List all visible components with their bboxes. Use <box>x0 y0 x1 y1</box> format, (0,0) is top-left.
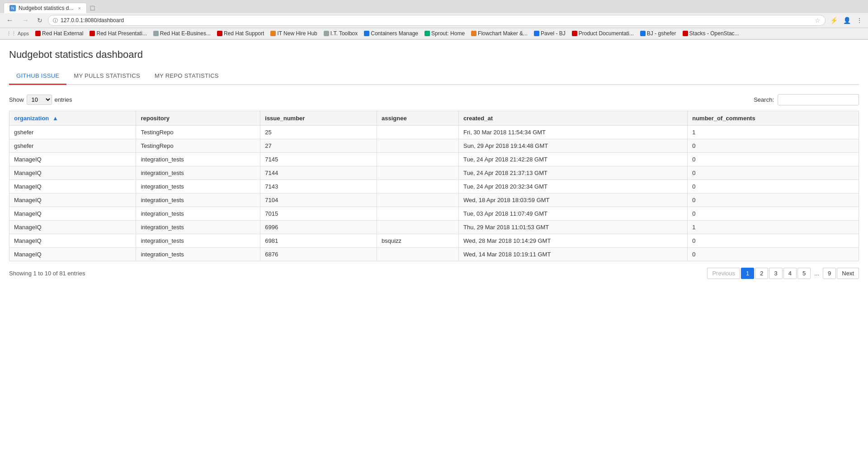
bookmark-favicon <box>90 31 95 36</box>
cell-repository: TestingRepo <box>136 139 260 153</box>
tab-favicon: N <box>9 5 16 11</box>
bookmark-red-external[interactable]: Red Hat External <box>33 29 86 38</box>
tab-close-button[interactable]: × <box>78 5 80 11</box>
col-header-num-comments[interactable]: number_of_comments <box>688 111 859 126</box>
cell-number_of_comments: 0 <box>688 234 859 248</box>
cell-issue_number: 6981 <box>260 234 377 248</box>
bookmark-red-support[interactable]: Red Hat Support <box>214 29 267 38</box>
page-title: Nudgebot statistics dashboard <box>9 49 859 61</box>
bookmark-sprout-home[interactable]: Sprout: Home <box>422 29 467 38</box>
page-button-2[interactable]: 2 <box>755 268 768 279</box>
cell-organization: ManageIQ <box>9 248 136 261</box>
page-button-9[interactable]: 9 <box>823 268 836 279</box>
table-body: gsheferTestingRepo25Fri, 30 Mar 2018 11:… <box>9 126 859 261</box>
bookmark-pavel[interactable]: Pavel - BJ <box>531 29 568 38</box>
profile-button[interactable]: 👤 <box>841 16 853 25</box>
table-row: ManageIQintegration_tests6876Wed, 14 Mar… <box>9 248 859 261</box>
cell-repository: integration_tests <box>136 166 260 180</box>
tab-my-pulls[interactable]: MY PULLS STATISTICS <box>66 68 147 85</box>
col-header-repository[interactable]: repository <box>136 111 260 126</box>
bookmark-it-toolbox[interactable]: I.T. Toolbox <box>321 29 360 38</box>
star-icon[interactable]: ☆ <box>815 17 821 24</box>
menu-button[interactable]: ⋮ <box>854 16 864 25</box>
back-button[interactable]: ← <box>4 15 16 25</box>
search-control: Search: <box>754 94 859 105</box>
table-row: ManageIQintegration_tests6981bsquizzWed,… <box>9 234 859 248</box>
cell-created_at: Tue, 24 Apr 2018 21:42:28 GMT <box>458 153 687 166</box>
page-button-4[interactable]: 4 <box>783 268 797 279</box>
table-row: ManageIQintegration_tests7144Tue, 24 Apr… <box>9 166 859 180</box>
col-label-num-comments: number_of_comments <box>692 115 755 122</box>
cell-issue_number: 7143 <box>260 180 377 194</box>
page-button-3[interactable]: 3 <box>769 268 782 279</box>
cell-repository: TestingRepo <box>136 126 260 139</box>
tab-title: Nudgebot statistics d... <box>19 5 73 11</box>
table-row: ManageIQintegration_tests7015Tue, 03 Apr… <box>9 207 859 221</box>
entries-select[interactable]: 10 25 50 100 <box>27 94 52 105</box>
bookmark-favicon <box>364 31 369 36</box>
bookmark-flowchart[interactable]: Flowchart Maker &... <box>468 29 530 38</box>
page-content: Nudgebot statistics dashboard GITHUB ISS… <box>0 40 868 288</box>
bookmark-apps[interactable]: ⋮⋮ Apps <box>4 30 32 38</box>
page-button-5[interactable]: 5 <box>797 268 811 279</box>
table-footer: Showing 1 to 10 of 81 entries Previous 1… <box>9 268 859 279</box>
tab-my-repo[interactable]: MY REPO STATISTICS <box>147 68 226 85</box>
cell-number_of_comments: 0 <box>688 207 859 221</box>
cell-repository: integration_tests <box>136 234 260 248</box>
show-label: Show <box>9 96 24 103</box>
previous-button[interactable]: Previous <box>707 268 740 279</box>
cell-repository: integration_tests <box>136 207 260 221</box>
cell-issue_number: 6876 <box>260 248 377 261</box>
bookmark-product-docs[interactable]: Product Documentati... <box>569 29 637 38</box>
cell-organization: ManageIQ <box>9 234 136 248</box>
table-row: ManageIQintegration_tests6996Thu, 29 Mar… <box>9 221 859 234</box>
browser-chrome: N Nudgebot statistics d... × □ ← → ↻ ⓘ 1… <box>0 0 868 40</box>
col-label-issue-number: issue_number <box>265 115 305 122</box>
entries-label: entries <box>55 96 72 103</box>
cell-assignee <box>377 166 458 180</box>
cell-issue_number: 27 <box>260 139 377 153</box>
col-header-issue-number[interactable]: issue_number <box>260 111 377 126</box>
show-entries-control: Show 10 25 50 100 entries <box>9 94 72 105</box>
cell-number_of_comments: 0 <box>688 139 859 153</box>
search-input[interactable] <box>778 94 859 105</box>
bookmark-containers-manage[interactable]: Containers Manage <box>361 29 421 38</box>
bookmark-favicon <box>640 31 646 36</box>
bookmark-favicon <box>270 31 276 36</box>
pagination: Previous 1 2 3 4 5 ... 9 Next <box>707 268 859 279</box>
cell-number_of_comments: 1 <box>688 126 859 139</box>
sort-arrow-up: ▲ <box>52 115 58 122</box>
col-header-organization[interactable]: organization ▲ <box>9 111 136 126</box>
cell-number_of_comments: 0 <box>688 194 859 207</box>
bookmark-red-presentation[interactable]: Red Hat Presentati... <box>87 29 149 38</box>
cell-assignee <box>377 207 458 221</box>
forward-button[interactable]: → <box>19 15 32 25</box>
showing-text: Showing 1 to 10 of 81 entries <box>9 270 85 277</box>
bookmark-it-new-hire[interactable]: IT New Hire Hub <box>268 29 320 38</box>
bookmark-stacks[interactable]: Stacks - OpenStac... <box>680 29 742 38</box>
cell-created_at: Wed, 28 Mar 2018 10:14:29 GMT <box>458 234 687 248</box>
address-bar[interactable]: ⓘ 127.0.0.1:8080/dashboard ☆ <box>48 15 826 26</box>
bookmark-red-business[interactable]: Red Hat E-Busines... <box>151 29 213 38</box>
tab-github-issue[interactable]: GITHUB ISSUE <box>9 68 66 85</box>
browser-tab-active[interactable]: N Nudgebot statistics d... × <box>4 3 87 13</box>
col-label-assignee: assignee <box>382 115 407 122</box>
col-header-created-at[interactable]: created_at <box>458 111 687 126</box>
lock-icon: ⓘ <box>53 17 58 24</box>
cell-issue_number: 7144 <box>260 166 377 180</box>
page-ellipsis: ... <box>811 268 822 279</box>
cell-assignee <box>377 180 458 194</box>
col-header-assignee[interactable]: assignee <box>377 111 458 126</box>
cell-created_at: Sun, 29 Apr 2018 19:14:48 GMT <box>458 139 687 153</box>
table-row: ManageIQintegration_tests7104Wed, 18 Apr… <box>9 194 859 207</box>
cell-created_at: Tue, 24 Apr 2018 20:32:34 GMT <box>458 180 687 194</box>
bookmark-bj-gshefer[interactable]: BJ - gshefer <box>637 29 679 38</box>
next-button[interactable]: Next <box>837 268 859 279</box>
reload-button[interactable]: ↻ <box>34 16 45 25</box>
cell-issue_number: 7145 <box>260 153 377 166</box>
extensions-button[interactable]: ⚡ <box>828 16 840 25</box>
page-button-1[interactable]: 1 <box>741 268 754 279</box>
table-row: ManageIQintegration_tests7145Tue, 24 Apr… <box>9 153 859 166</box>
cell-issue_number: 25 <box>260 126 377 139</box>
new-tab-button[interactable]: □ <box>87 4 99 12</box>
